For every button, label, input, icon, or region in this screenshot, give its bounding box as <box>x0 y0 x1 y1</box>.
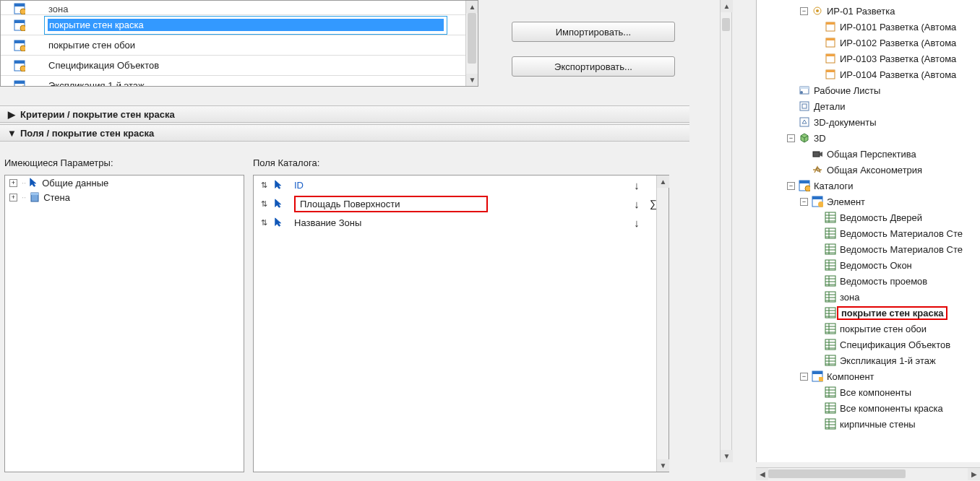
reorder-handle-icon[interactable]: ⇅ <box>261 218 274 228</box>
navigator-item[interactable]: Детали <box>757 98 980 114</box>
catalog-fields-scrollbar[interactable]: ▲ ▼ <box>656 176 669 472</box>
scroll-down-icon[interactable]: ▼ <box>466 74 478 86</box>
page-o-icon <box>824 53 837 64</box>
cursor-icon <box>274 217 290 228</box>
scroll-up-icon[interactable]: ▲ <box>466 1 478 13</box>
schedule-icon <box>1 20 44 31</box>
fields-section-header[interactable]: ▼ Поля / покрытие стен краска <box>0 124 689 142</box>
schema-list-item[interactable]: Экспликация 1-й этаж <box>1 76 478 87</box>
axo-icon <box>811 164 824 176</box>
catalog-fields-label: Поля Каталога: <box>253 157 319 168</box>
navigator-item[interactable]: Общая Аксонометрия <box>757 162 980 178</box>
navigator-horizontal-scrollbar[interactable]: ◀ ▶ <box>756 467 980 480</box>
navigator-item[interactable]: ИР-0104 Разветка (Автома <box>757 66 980 82</box>
schema-list-item[interactable]: Спецификация Объектов <box>1 56 478 76</box>
navigator-item-label: Ведомость проемов <box>837 276 927 287</box>
reorder-handle-icon[interactable]: ⇅ <box>261 181 274 190</box>
navigator-item[interactable]: Общая Перспектива <box>757 146 980 162</box>
scroll-right-icon[interactable]: ▶ <box>968 468 980 480</box>
param-tree-item[interactable]: + ·· Общие данные <box>5 176 244 190</box>
schema-list-item[interactable]: покрытие стен краска <box>1 15 478 35</box>
wall-icon <box>29 191 40 203</box>
scroll-up-icon[interactable]: ▲ <box>657 176 669 188</box>
schema-list-item[interactable]: зона <box>1 1 478 15</box>
param-tree-item[interactable]: + ·· Стена <box>5 190 244 204</box>
target-icon <box>811 5 824 17</box>
navigator-item-label: Общая Перспектива <box>824 149 916 160</box>
sort-direction-icon[interactable]: ↓ <box>628 217 645 229</box>
scroll-left-icon[interactable]: ◀ <box>756 468 768 480</box>
table-icon <box>824 275 837 287</box>
navigator-item[interactable]: Ведомость Материалов Сте <box>757 241 980 257</box>
page-o-icon <box>824 37 837 48</box>
export-button-label: Экспортировать... <box>554 61 632 72</box>
sort-direction-icon[interactable]: ↓ <box>628 179 645 191</box>
navigator-item[interactable]: зона <box>757 289 980 305</box>
navigator-item[interactable]: Экспликация 1-й этаж <box>757 352 980 368</box>
navigator-item[interactable]: покрытие стен обои <box>757 321 980 337</box>
reorder-handle-icon[interactable]: ⇅ <box>261 199 274 209</box>
navigator-item[interactable]: 3D-документы <box>757 114 980 130</box>
scroll-down-icon[interactable]: ▼ <box>657 459 669 472</box>
schedule-icon <box>798 180 811 191</box>
box3d-icon <box>798 132 811 144</box>
navigator-item[interactable]: − ИР-01 Разветка <box>757 3 980 19</box>
navigator-item-label: Каталоги <box>811 181 854 191</box>
navigator-item-label: Рабочие Листы <box>811 85 880 96</box>
main-vertical-scrollbar[interactable]: ▲ ▼ <box>720 0 732 462</box>
schema-item-label: покрытие стен краска <box>48 19 444 31</box>
navigator-item[interactable]: − Каталоги <box>757 178 980 194</box>
schedule-icon <box>1 60 44 72</box>
schema-settings-panel: зона покрытие стен краска покрытие стен … <box>0 0 700 481</box>
navigator-item[interactable]: − Элемент <box>757 194 980 209</box>
sort-direction-icon[interactable]: ↓ <box>628 198 645 210</box>
scroll-thumb[interactable] <box>722 18 730 31</box>
schema-list-item[interactable]: покрытие стен обои <box>1 35 478 56</box>
import-button[interactable]: Импортировать... <box>512 22 675 42</box>
navigator-item[interactable]: ИР-0102 Разветка (Автома <box>757 35 980 51</box>
expand-toggle-icon[interactable]: − <box>800 7 808 15</box>
scroll-up-icon[interactable]: ▲ <box>721 0 733 12</box>
navigator-item[interactable]: Все компоненты краска <box>757 400 980 416</box>
available-params-tree[interactable]: + ·· Общие данные + ·· Стена <box>4 175 244 472</box>
cursor-icon <box>274 199 290 209</box>
navigator-item[interactable]: ИР-0103 Разветка (Автома <box>757 51 980 66</box>
catalog-field-row[interactable]: ⇅ Площадь Поверхности ↓ ∑ <box>254 194 669 213</box>
navigator-tree[interactable]: − ИР-01 Разветка ИР-0101 Разветка (Автом… <box>756 0 980 462</box>
expand-toggle-icon[interactable]: − <box>800 198 808 206</box>
detail-icon <box>798 100 811 112</box>
navigator-item[interactable]: Рабочие Листы <box>757 82 980 98</box>
expand-toggle-icon[interactable]: − <box>787 134 795 142</box>
scroll-down-icon[interactable]: ▼ <box>721 450 733 462</box>
catalog-fields-list[interactable]: ⇅ ID ↓ ⇅ Площадь Поверхности ↓ ∑ ⇅ Назва… <box>253 175 669 472</box>
scroll-thumb[interactable] <box>468 13 476 64</box>
navigator-item[interactable]: Спецификация Объектов <box>757 337 980 352</box>
catalog-field-row[interactable]: ⇅ ID ↓ <box>254 176 669 194</box>
expand-icon[interactable]: + <box>9 194 17 202</box>
navigator-item[interactable]: кирпичные стены <box>757 416 980 432</box>
navigator-item[interactable]: Ведомость проемов <box>757 273 980 289</box>
navigator-item[interactable]: покрытие стен краска <box>757 305 980 321</box>
scroll-thumb[interactable] <box>768 469 906 478</box>
expand-toggle-icon[interactable]: − <box>787 182 795 190</box>
schema-list-scrollbar[interactable]: ▲ ▼ <box>465 1 478 86</box>
navigator-item-label: Ведомость Дверей <box>837 212 922 223</box>
criteria-section-header[interactable]: ▶ Критерии / покрытие стен краска <box>0 105 689 123</box>
expand-toggle-icon[interactable]: − <box>800 373 808 381</box>
expand-icon: ▼ <box>7 128 16 139</box>
expand-icon[interactable]: + <box>9 179 17 187</box>
navigator-item[interactable]: − 3D <box>757 130 980 146</box>
export-button[interactable]: Экспортировать... <box>512 56 675 77</box>
navigator-item[interactable]: − Компонент <box>757 368 980 384</box>
table-icon <box>824 339 837 350</box>
navigator-item[interactable]: Ведомость Дверей <box>757 209 980 225</box>
schema-item-label: Спецификация Объектов <box>44 60 478 71</box>
navigator-item[interactable]: ИР-0101 Разветка (Автома <box>757 19 980 35</box>
schema-list[interactable]: зона покрытие стен краска покрытие стен … <box>0 0 478 87</box>
navigator-item-label: покрытие стен краска <box>837 306 947 320</box>
navigator-item[interactable]: Все компоненты <box>757 384 980 400</box>
navigator-item[interactable]: Ведомость Окон <box>757 257 980 273</box>
camera-icon <box>811 148 824 160</box>
catalog-field-row[interactable]: ⇅ Название Зоны ↓ <box>254 213 669 232</box>
navigator-item[interactable]: Ведомость Материалов Сте <box>757 225 980 241</box>
